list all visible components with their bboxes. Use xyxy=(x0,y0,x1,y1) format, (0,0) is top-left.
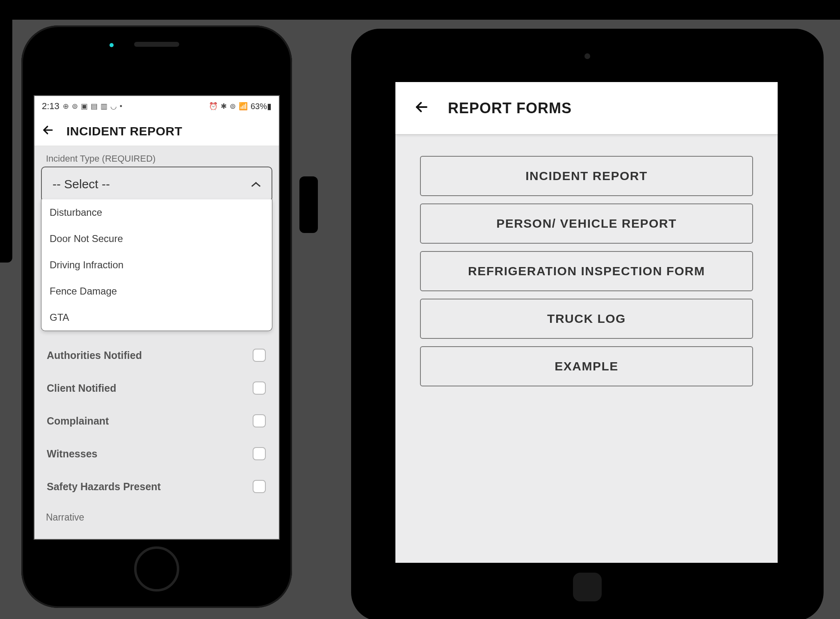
page-title: REPORT FORMS xyxy=(448,100,572,117)
checkbox-list: Authorities Notified Client Notified Com… xyxy=(41,339,272,503)
phone-notch xyxy=(134,42,179,47)
narrative-label: Narrative xyxy=(46,512,84,523)
check-label: Complainant xyxy=(47,415,109,427)
tablet-app-header: REPORT FORMS xyxy=(395,82,778,135)
status-right: ⏰ ✱ ⊚ 📶 63%▮ xyxy=(209,101,272,111)
tablet-device-frame: REPORT FORMS INCIDENT REPORT PERSON/ VEH… xyxy=(351,29,824,619)
tablet-screen: REPORT FORMS INCIDENT REPORT PERSON/ VEH… xyxy=(395,82,778,563)
form-button-truck-log[interactable]: TRUCK LOG xyxy=(420,299,753,339)
report-forms-list: INCIDENT REPORT PERSON/ VEHICLE REPORT R… xyxy=(395,135,778,408)
check-row: Safety Hazards Present xyxy=(41,470,272,503)
check-label: Client Notified xyxy=(47,382,116,394)
form-area: Incident Type (REQUIRED) -- Select -- Di… xyxy=(34,146,279,202)
checkbox-complainant[interactable] xyxy=(253,414,266,427)
dropdown-option[interactable]: Driving Infraction xyxy=(41,252,272,278)
checkbox-client-notified[interactable] xyxy=(253,381,266,395)
tablet-camera-dot xyxy=(584,53,590,59)
dropdown-option[interactable]: Disturbance xyxy=(41,199,272,226)
status-battery: 63%▮ xyxy=(251,101,272,111)
form-button-label: TRUCK LOG xyxy=(547,312,626,326)
check-row: Witnesses xyxy=(41,437,272,470)
check-row: Authorities Notified xyxy=(41,339,272,372)
incident-type-value: -- Select -- xyxy=(52,177,110,191)
form-button-label: EXAMPLE xyxy=(555,359,619,373)
back-arrow-icon[interactable] xyxy=(412,97,431,119)
incident-type-label: Incident Type (REQUIRED) xyxy=(46,153,272,164)
phone-device-frame: 2:13 ⊕ ⊚ ▣ ▤ ▥ ◡ • ⏰ ✱ ⊚ 📶 63%▮ INCIDENT… xyxy=(21,25,292,608)
form-button-person-vehicle-report[interactable]: PERSON/ VEHICLE REPORT xyxy=(420,203,753,244)
form-button-incident-report[interactable]: INCIDENT REPORT xyxy=(420,156,753,196)
status-bar: 2:13 ⊕ ⊚ ▣ ▤ ▥ ◡ • ⏰ ✱ ⊚ 📶 63%▮ xyxy=(34,96,279,116)
check-row: Complainant xyxy=(41,404,272,437)
status-left-icons: ⊕ ⊚ ▣ ▤ ▥ ◡ • xyxy=(63,102,123,111)
tablet-home-button[interactable] xyxy=(573,573,602,601)
dropdown-option[interactable]: GTA xyxy=(41,304,272,331)
check-label: Authorities Notified xyxy=(47,349,142,361)
form-button-label: PERSON/ VEHICLE REPORT xyxy=(496,217,677,231)
form-button-label: REFRIGERATION INSPECTION FORM xyxy=(468,264,705,278)
decorative-edge xyxy=(0,0,12,263)
dropdown-option[interactable]: Door Not Secure xyxy=(41,226,272,252)
form-button-example[interactable]: EXAMPLE xyxy=(420,346,753,386)
checkbox-authorities-notified[interactable] xyxy=(253,349,266,362)
incident-type-select[interactable]: -- Select -- xyxy=(41,167,272,202)
checkbox-witnesses[interactable] xyxy=(253,447,266,460)
check-label: Witnesses xyxy=(47,448,97,460)
page-title: INCIDENT REPORT xyxy=(66,124,183,138)
status-right-icons: ⏰ ✱ ⊚ 📶 xyxy=(209,102,248,111)
form-button-refrigeration-inspection[interactable]: REFRIGERATION INSPECTION FORM xyxy=(420,251,753,291)
phone-camera-dot xyxy=(110,43,114,47)
status-time: 2:13 xyxy=(42,101,59,112)
phone-screen: 2:13 ⊕ ⊚ ▣ ▤ ▥ ◡ • ⏰ ✱ ⊚ 📶 63%▮ INCIDENT… xyxy=(34,95,280,540)
incident-type-dropdown: Disturbance Door Not Secure Driving Infr… xyxy=(41,199,272,331)
phone-speaker xyxy=(134,42,179,47)
back-arrow-icon[interactable] xyxy=(39,121,57,141)
check-label: Safety Hazards Present xyxy=(47,481,161,493)
check-row: Client Notified xyxy=(41,372,272,404)
decorative-edge xyxy=(299,176,318,233)
chevron-up-icon xyxy=(251,181,261,187)
phone-app-header: INCIDENT REPORT xyxy=(34,116,279,146)
phone-home-button[interactable] xyxy=(134,546,179,592)
dropdown-option[interactable]: Fence Damage xyxy=(41,278,272,304)
form-button-label: INCIDENT REPORT xyxy=(525,169,648,183)
checkbox-safety-hazards[interactable] xyxy=(253,480,266,493)
status-left: 2:13 ⊕ ⊚ ▣ ▤ ▥ ◡ • xyxy=(42,101,123,112)
